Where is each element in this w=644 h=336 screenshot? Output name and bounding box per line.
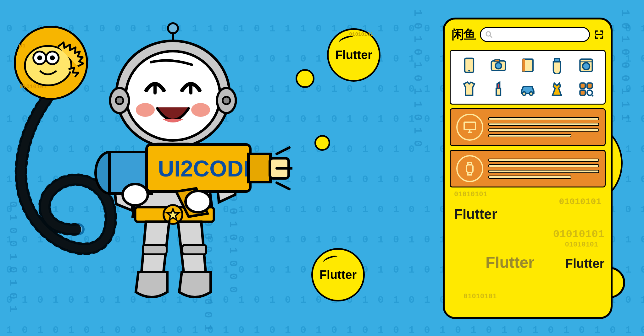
feed-card[interactable]: [450, 108, 606, 146]
flutter-text: Flutter: [565, 257, 604, 271]
phone-lower: 01010101 01010101 01010101 01010101 0101…: [445, 187, 611, 307]
svg-point-27: [123, 184, 148, 205]
svg-rect-46: [496, 88, 501, 95]
svg-point-28: [186, 191, 211, 212]
bubble-small: [314, 135, 330, 151]
svg-point-36: [468, 70, 470, 72]
book-icon[interactable]: [519, 57, 536, 74]
svg-rect-39: [495, 59, 499, 62]
scan-icon[interactable]: [594, 30, 604, 39]
svg-rect-58: [468, 162, 472, 165]
svg-rect-41: [522, 59, 525, 71]
bottle-icon[interactable]: [548, 57, 566, 74]
shirt-icon[interactable]: [460, 80, 478, 98]
svg-rect-50: [587, 83, 592, 88]
placeholder-line: [488, 159, 599, 162]
svg-point-4: [50, 55, 55, 60]
svg-line-29: [277, 148, 289, 154]
svg-line-33: [490, 35, 492, 37]
placeholder-line: [488, 176, 571, 179]
flutter-text: Flutter: [486, 253, 535, 272]
phone-mockup: 闲鱼: [443, 18, 613, 319]
flutter-bubble: Flutter: [311, 248, 365, 301]
svg-point-3: [37, 55, 42, 60]
svg-rect-54: [464, 122, 475, 130]
svg-point-10: [116, 97, 123, 104]
svg-point-6: [168, 23, 178, 33]
camera-icon[interactable]: [490, 57, 507, 74]
svg-point-44: [583, 63, 590, 70]
svg-rect-21: [182, 245, 206, 254]
category-grid: [450, 50, 606, 105]
bubble-small: [296, 69, 314, 88]
hero-label: UI2CODE: [158, 156, 258, 181]
placeholder-line: [488, 134, 571, 137]
svg-point-12: [223, 97, 230, 104]
svg-rect-57: [467, 165, 473, 172]
placeholder-line: [488, 128, 599, 132]
xianyu-logo: 闲鱼: [452, 26, 475, 43]
svg-point-47: [522, 92, 526, 95]
watch-icon: [456, 155, 483, 182]
placeholder-line: [488, 164, 599, 167]
svg-point-15: [136, 103, 155, 117]
search-icon: [485, 31, 493, 38]
washer-icon[interactable]: [577, 57, 595, 74]
svg-rect-25: [248, 154, 270, 182]
dress-icon[interactable]: [548, 80, 566, 98]
vertical-binary: 101000111: [619, 9, 631, 127]
svg-point-38: [495, 63, 502, 69]
robot-astronaut: UI2CODE: [72, 19, 292, 320]
svg-point-16: [191, 103, 210, 117]
monitor-icon: [456, 114, 483, 141]
grid-icon[interactable]: [577, 80, 595, 98]
lipstick-icon[interactable]: [490, 80, 507, 98]
svg-point-8: [126, 51, 220, 140]
phone-icon[interactable]: [460, 57, 478, 74]
search-input[interactable]: [480, 27, 590, 42]
bubble-label: Flutter: [335, 48, 372, 62]
placeholder-line: [488, 123, 599, 126]
svg-rect-59: [468, 172, 472, 175]
flutter-bubble: Flutter 01010101: [327, 28, 380, 82]
svg-line-53: [591, 95, 593, 96]
svg-point-48: [530, 92, 533, 95]
svg-rect-49: [580, 83, 586, 88]
car-icon[interactable]: [519, 80, 536, 98]
placeholder-line: [488, 170, 599, 173]
bubble-label: Flutter: [319, 268, 357, 282]
flutter-text: Flutter: [454, 206, 497, 222]
svg-rect-51: [580, 90, 586, 95]
feed-card[interactable]: [450, 150, 606, 187]
placeholder-line: [488, 117, 599, 120]
svg-rect-20: [143, 245, 167, 254]
vertical-binary: 10101011010: [411, 9, 424, 153]
svg-line-31: [277, 183, 289, 189]
